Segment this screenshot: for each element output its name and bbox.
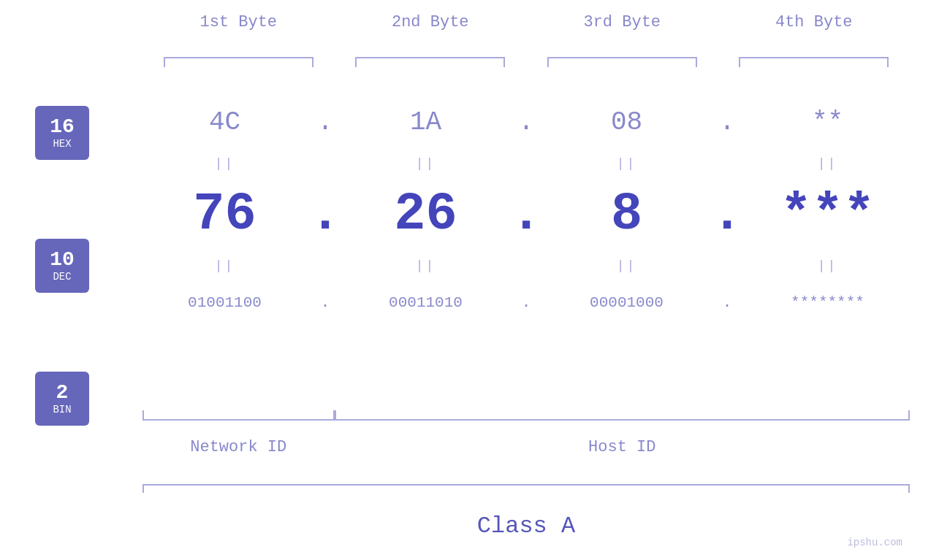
byte1-col: 4C || 76 || 01001100 [142, 95, 307, 324]
hex-badge: 16 HEX [35, 106, 89, 160]
dec-badge: 10 DEC [35, 239, 89, 293]
id-labels: Network ID Host ID [142, 438, 910, 456]
host-id-bracket [335, 410, 911, 421]
byte2-eq1: || [416, 149, 436, 178]
dot1-bin: . [321, 280, 330, 324]
byte4-col: ** || *** || ******** [745, 95, 910, 324]
dot3-hex: . [719, 95, 735, 149]
byte3-dec: 8 [611, 178, 642, 251]
dec-label: DEC [53, 271, 71, 283]
dot2-bin: . [522, 280, 531, 324]
byte3-eq2: || [617, 251, 637, 280]
bin-badge: 2 BIN [35, 372, 89, 426]
bin-label: BIN [53, 404, 71, 415]
dot3-bin: . [723, 280, 732, 324]
top-brackets [142, 57, 910, 67]
main-container: 1st Byte 2nd Byte 3rd Byte 4th Byte 16 H… [0, 0, 939, 560]
dot2-dec: . [510, 178, 541, 251]
byte1-dec: 76 [193, 178, 256, 251]
byte2-bin: 00011010 [389, 280, 463, 324]
class-label: Class A [142, 513, 910, 540]
base-labels: 16 HEX 10 DEC 2 BIN [35, 106, 89, 426]
byte4-eq2: || [818, 251, 838, 280]
host-id-label: Host ID [335, 438, 911, 456]
byte-header-3: 3rd Byte [526, 13, 718, 31]
dot1: . . . [307, 95, 343, 324]
dot3: . . . [709, 95, 745, 324]
grid-body: 4C || 76 || 01001100 . . . 1A || 26 || 0… [142, 95, 910, 324]
dot1-dec: . [309, 178, 341, 251]
byte4-eq1: || [818, 149, 838, 178]
hex-num: 16 [50, 116, 75, 139]
byte2-hex: 1A [410, 95, 441, 149]
byte3-hex: 08 [611, 95, 642, 149]
byte2-col: 1A || 26 || 00011010 [343, 95, 508, 324]
dot2-hex: . [518, 95, 534, 149]
byte2-dec: 26 [394, 178, 457, 251]
dot3-dec: . [711, 178, 742, 251]
network-id-label: Network ID [142, 438, 335, 456]
byte1-eq1: || [215, 149, 235, 178]
dot2: . . . [508, 95, 544, 324]
byte-header-1: 1st Byte [142, 13, 335, 31]
watermark: ipshu.com [847, 537, 902, 548]
full-bottom-bracket [142, 484, 910, 486]
byte3-col: 08 || 8 || 00001000 [544, 95, 709, 324]
byte2-eq2: || [416, 251, 436, 280]
byte1-eq2: || [215, 251, 235, 280]
byte4-dec: *** [780, 178, 875, 251]
dot1-hex: . [317, 95, 333, 149]
byte-header-2: 2nd Byte [335, 13, 527, 31]
byte1-bin: 01001100 [188, 280, 262, 324]
dec-num: 10 [50, 249, 75, 272]
bin-num: 2 [56, 382, 69, 404]
hex-label: HEX [53, 138, 71, 150]
byte3-bin: 00001000 [590, 280, 664, 324]
byte1-hex: 4C [209, 95, 240, 149]
byte-header-4: 4th Byte [718, 13, 911, 31]
byte4-hex: ** [812, 95, 843, 149]
byte3-eq1: || [617, 149, 637, 178]
byte-headers: 1st Byte 2nd Byte 3rd Byte 4th Byte [142, 13, 910, 31]
byte4-bin: ******** [791, 280, 864, 324]
network-id-bracket [142, 410, 335, 421]
